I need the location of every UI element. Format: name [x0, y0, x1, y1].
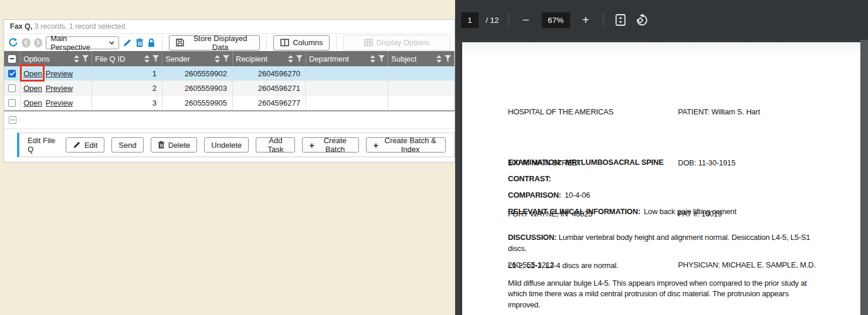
- filter-icon[interactable]: [445, 55, 451, 62]
- discussion-block: DISCUSSION: Lumbar vertebral body height…: [508, 232, 813, 315]
- create-batch-index-button-label: Create Batch & Index: [382, 136, 439, 154]
- add-task-button[interactable]: Add Task: [256, 137, 295, 153]
- columns-icon: [280, 39, 289, 46]
- sort-icon[interactable]: [288, 55, 293, 63]
- field-value: 10-4-06: [565, 191, 590, 199]
- collapse-section-bar: [4, 111, 455, 129]
- edit-file-q-panel: Edit File Q Edit Send Delete Undelete: [17, 133, 455, 157]
- zoom-in-button[interactable]: +: [578, 12, 594, 28]
- action-bar: Edit File Q Edit Send Delete Undelete: [4, 129, 455, 162]
- display-options-icon: [364, 39, 373, 46]
- sort-icon[interactable]: [144, 55, 150, 63]
- open-link[interactable]: Open: [23, 84, 42, 93]
- sender-cell: 2605559902: [162, 66, 233, 81]
- delete-button[interactable]: Delete: [151, 137, 198, 153]
- contrast-line: CONTRAST:: [508, 171, 737, 187]
- column-header-department[interactable]: Department: [306, 51, 388, 66]
- preview-link[interactable]: Preview: [46, 69, 73, 78]
- sort-icon[interactable]: [436, 55, 442, 63]
- column-header-label: Sender: [165, 55, 190, 63]
- zoom-level-display[interactable]: 67%: [542, 12, 570, 28]
- table-row[interactable]: Open Preview 1 2605559902 2604596270: [4, 66, 455, 81]
- store-displayed-data-button[interactable]: Store Displayed Data: [169, 35, 260, 50]
- columns-button[interactable]: Columns: [273, 35, 330, 50]
- toolbar-divider: [162, 35, 162, 50]
- add-task-button-label: Add Task: [263, 136, 288, 154]
- sort-icon[interactable]: [74, 55, 79, 63]
- filter-icon[interactable]: [378, 55, 385, 62]
- lock-perspective-icon[interactable]: [147, 38, 155, 48]
- send-button[interactable]: Send: [111, 137, 143, 153]
- fax-queue-title-name: Fax Q,: [10, 22, 32, 31]
- create-batch-button[interactable]: + Create Batch: [302, 137, 359, 153]
- filter-icon[interactable]: [152, 55, 159, 62]
- edit-button-label: Edit: [84, 141, 97, 150]
- open-link[interactable]: Open: [23, 99, 42, 107]
- zoom-out-button[interactable]: −: [518, 12, 534, 28]
- fax-queue-panel: Fax Q, 3 records, 1 record selected Main…: [0, 0, 455, 315]
- preview-link[interactable]: Preview: [46, 84, 73, 93]
- file-q-id-cell: 1: [92, 66, 162, 81]
- preview-link[interactable]: Preview: [46, 99, 73, 107]
- column-header-label: Department: [309, 55, 349, 63]
- row-checkbox[interactable]: [8, 99, 16, 107]
- display-options-label: Display Options: [377, 38, 430, 47]
- refresh-icon[interactable]: [8, 38, 18, 48]
- filter-icon[interactable]: [82, 55, 89, 62]
- column-header-recipient[interactable]: Recipient: [233, 51, 306, 66]
- file-q-id-cell: 2: [92, 81, 162, 96]
- delete-button-label: Delete: [168, 141, 191, 150]
- recipient-cell: 2604596271: [233, 81, 306, 96]
- subject-cell: [388, 66, 455, 81]
- file-q-id-cell: 3: [92, 96, 162, 110]
- page-number-input[interactable]: 1: [461, 12, 479, 28]
- pencil-icon: [73, 141, 81, 149]
- clinical-info-line: RELEVANT CLINICAL INFORMATION:Low back p…: [508, 204, 737, 220]
- create-batch-button-label: Create Batch: [318, 136, 352, 154]
- pdf-viewer-panel: 1 / 12 − 67% + HOSPITAL OF THE AMERICAS …: [455, 0, 868, 315]
- display-options-button[interactable]: Display Options: [343, 35, 450, 50]
- forward-icon[interactable]: [34, 38, 43, 48]
- edit-perspective-icon[interactable]: [123, 38, 132, 48]
- table-row[interactable]: Open Preview 2 2605559903 2604596271: [4, 81, 455, 96]
- field-label: CONTRAST:: [508, 174, 551, 183]
- column-header-options[interactable]: Options: [21, 51, 92, 66]
- back-icon[interactable]: [22, 38, 30, 48]
- fax-queue-record-summary: 3 records, 1 record selected: [32, 22, 125, 31]
- fax-queue-table: Options File Q ID Sender Recipient: [4, 51, 455, 111]
- paragraph-text: L1-2, L2-3, L3-4 discs are normal.: [508, 261, 618, 270]
- field-label: COMPARISON:: [508, 191, 561, 199]
- paragraph-text: Mild diffuse annular bulge L4-5. This ap…: [508, 279, 807, 309]
- table-header-row: Options File Q ID Sender Recipient: [4, 51, 455, 66]
- column-header-subject[interactable]: Subject: [388, 51, 455, 66]
- pdf-viewport[interactable]: HOSPITAL OF THE AMERICAS 100 N. MAIN STR…: [455, 40, 868, 315]
- collapse-icon[interactable]: [9, 116, 16, 124]
- sort-icon[interactable]: [215, 55, 220, 63]
- filter-icon[interactable]: [296, 55, 303, 62]
- sort-icon[interactable]: [370, 55, 375, 63]
- create-batch-index-button[interactable]: + Create Batch & Index: [366, 137, 446, 153]
- edit-button[interactable]: Edit: [66, 137, 104, 153]
- screen: Fax Q, 3 records, 1 record selected Main…: [0, 0, 868, 315]
- table-row[interactable]: Open Preview 3 2605559905 2604596277: [4, 96, 455, 110]
- paragraph-label: DISCUSSION:: [508, 233, 557, 242]
- discussion-paragraph: L1-2, L2-3, L3-4 discs are normal.: [508, 260, 813, 272]
- undelete-button[interactable]: Undelete: [204, 137, 249, 153]
- row-checkbox[interactable]: [8, 84, 16, 92]
- rotate-icon[interactable]: [634, 12, 649, 28]
- field-label: RELEVANT CLINICAL INFORMATION:: [508, 207, 640, 216]
- select-all-checkbox[interactable]: [8, 55, 16, 63]
- columns-label: Columns: [293, 38, 323, 47]
- perspective-select[interactable]: Main Perspective: [46, 36, 119, 49]
- delete-perspective-icon[interactable]: [135, 38, 144, 48]
- filter-icon[interactable]: [223, 55, 229, 62]
- column-header-sender[interactable]: Sender: [162, 51, 233, 66]
- discussion-paragraph: Mild diffuse annular bulge L4-5. This ap…: [508, 278, 813, 311]
- open-link[interactable]: Open: [23, 69, 42, 78]
- row-checkbox[interactable]: [8, 70, 16, 77]
- fit-to-page-icon[interactable]: [613, 12, 628, 28]
- column-header-label: Subject: [391, 55, 416, 63]
- plus-icon: +: [309, 141, 314, 150]
- column-header-file-q-id[interactable]: File Q ID: [92, 51, 162, 66]
- pdf-scrollbar[interactable]: [860, 40, 868, 315]
